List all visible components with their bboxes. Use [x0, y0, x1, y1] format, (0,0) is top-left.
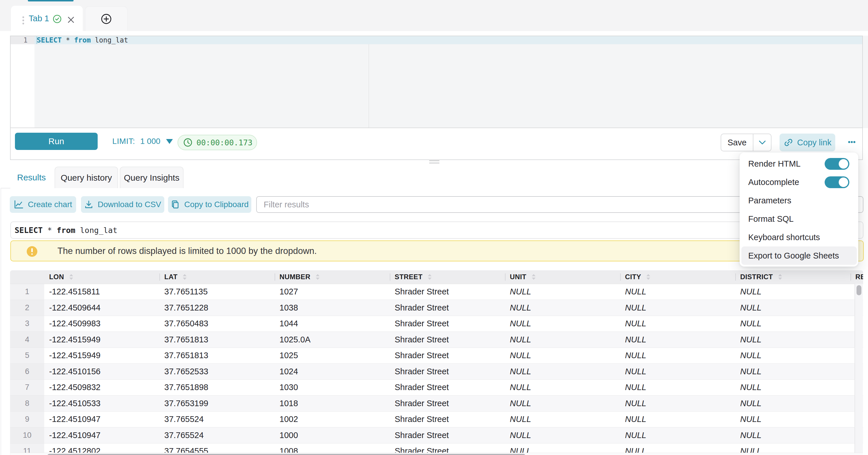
table-cell[interactable]: NULL: [620, 396, 735, 412]
table-cell[interactable]: Shrader Street: [390, 411, 505, 427]
table-cell[interactable]: 37.7651898: [159, 380, 275, 396]
table-cell[interactable]: NULL: [505, 300, 620, 316]
table-cell[interactable]: NULL: [620, 347, 735, 364]
table-cell[interactable]: NULL: [505, 411, 620, 427]
table-cell[interactable]: NULL: [505, 284, 620, 300]
menu-item-autocomplete[interactable]: Autocomplete: [740, 173, 858, 191]
table-cell[interactable]: Shrader Street: [390, 316, 505, 332]
save-button[interactable]: Save: [721, 134, 753, 151]
table-cell[interactable]: Shrader Street: [390, 347, 505, 364]
table-cell[interactable]: NULL: [505, 347, 620, 364]
tab-query-history[interactable]: Query history: [55, 166, 118, 188]
save-menu-button[interactable]: [753, 134, 771, 151]
tab-results[interactable]: Results: [10, 166, 53, 188]
table-cell[interactable]: NULL: [620, 364, 735, 380]
table-cell[interactable]: NULL: [620, 316, 735, 332]
table-cell[interactable]: 37.7653199: [159, 396, 275, 412]
table-cell[interactable]: -122.4510947: [44, 411, 159, 427]
table-cell[interactable]: 37.765524: [159, 427, 275, 444]
table-cell[interactable]: Shrader Street: [390, 332, 505, 348]
table-cell[interactable]: NULL: [505, 427, 620, 444]
run-button[interactable]: Run: [15, 133, 98, 150]
table-cell[interactable]: -122.4509983: [44, 316, 159, 332]
table-cell[interactable]: NULL: [505, 316, 620, 332]
column-header-lat[interactable]: LAT: [159, 270, 275, 284]
table-cell[interactable]: NULL: [620, 411, 735, 427]
table-cell[interactable]: 1027: [275, 284, 390, 300]
table-cell[interactable]: 1044: [275, 316, 390, 332]
pane-resize-handle[interactable]: [429, 160, 439, 164]
column-header-city[interactable]: CITY: [620, 270, 735, 284]
table-cell[interactable]: NULL: [505, 380, 620, 396]
menu-item-render-html[interactable]: Render HTML: [740, 155, 858, 173]
table-cell[interactable]: 1025.0A: [275, 332, 390, 348]
table-cell[interactable]: -122.4509832: [44, 380, 159, 396]
table-cell[interactable]: NULL: [735, 316, 850, 332]
tab-drag-handle-icon[interactable]: [22, 17, 24, 25]
table-cell[interactable]: NULL: [735, 396, 850, 412]
table-cell[interactable]: -122.4509644: [44, 300, 159, 316]
table-cell[interactable]: 37.7651813: [159, 347, 275, 364]
table-cell[interactable]: 37.765524: [159, 411, 275, 427]
create-chart-button[interactable]: Create chart: [10, 196, 76, 213]
table-cell[interactable]: Shrader Street: [390, 364, 505, 380]
table-cell[interactable]: -122.4515811: [44, 284, 159, 300]
table-cell[interactable]: 37.7651228: [159, 300, 275, 316]
table-cell[interactable]: Shrader Street: [390, 380, 505, 396]
table-cell[interactable]: NULL: [735, 347, 850, 364]
table-cell[interactable]: 37.7651813: [159, 332, 275, 348]
table-cell[interactable]: 37.7651135: [159, 284, 275, 300]
table-cell[interactable]: NULL: [505, 332, 620, 348]
more-options-button[interactable]: [848, 141, 856, 144]
table-cell[interactable]: 1025: [275, 347, 390, 364]
column-header-number[interactable]: NUMBER: [275, 270, 390, 284]
table-cell[interactable]: 37.7650483: [159, 316, 275, 332]
table-cell[interactable]: Shrader Street: [390, 284, 505, 300]
table-cell[interactable]: NULL: [620, 380, 735, 396]
table-cell[interactable]: NULL: [735, 300, 850, 316]
toggle-switch-on[interactable]: [825, 176, 849, 188]
table-cell[interactable]: 1024: [275, 364, 390, 380]
table-cell[interactable]: Shrader Street: [390, 427, 505, 444]
close-tab-icon[interactable]: [68, 17, 74, 24]
table-cell[interactable]: Shrader Street: [390, 396, 505, 412]
table-cell[interactable]: Shrader Street: [390, 300, 505, 316]
table-cell[interactable]: -122.4515949: [44, 347, 159, 364]
code-area[interactable]: 1 SELECT * from long_lat: [11, 36, 862, 127]
table-cell[interactable]: NULL: [735, 364, 850, 380]
table-cell[interactable]: -122.4515949: [44, 332, 159, 348]
table-cell[interactable]: NULL: [735, 332, 850, 348]
new-tab-button[interactable]: [85, 6, 127, 31]
menu-item-keyboard-shortcuts[interactable]: Keyboard shortcuts: [740, 228, 858, 246]
table-cell[interactable]: 37.7652533: [159, 364, 275, 380]
table-cell[interactable]: NULL: [620, 427, 735, 444]
table-cell[interactable]: NULL: [735, 411, 850, 427]
table-cell[interactable]: NULL: [505, 364, 620, 380]
download-csv-button[interactable]: Download to CSV: [81, 196, 164, 213]
copy-link-button[interactable]: Copy link: [779, 133, 835, 151]
vertical-scrollbar-thumb[interactable]: [857, 285, 861, 295]
menu-item-parameters[interactable]: Parameters: [740, 191, 858, 210]
table-cell[interactable]: 1018: [275, 396, 390, 412]
menu-item-format-sql[interactable]: Format SQL: [740, 210, 858, 228]
table-cell[interactable]: -122.4510156: [44, 364, 159, 380]
table-cell[interactable]: 1000: [275, 427, 390, 444]
horizontal-scrollbar-thumb[interactable]: [48, 454, 525, 455]
copy-clipboard-button[interactable]: Copy to Clipboard: [168, 196, 251, 213]
table-cell[interactable]: NULL: [620, 300, 735, 316]
tab-query-1[interactable]: Tab 1: [11, 6, 83, 31]
table-cell[interactable]: -122.4510947: [44, 427, 159, 444]
table-cell[interactable]: 1030: [275, 380, 390, 396]
table-cell[interactable]: NULL: [735, 427, 850, 444]
menu-item-export-to-google-sheets[interactable]: Export to Google Sheets: [741, 246, 857, 265]
table-cell[interactable]: NULL: [620, 332, 735, 348]
table-cell[interactable]: NULL: [505, 396, 620, 412]
column-header-street[interactable]: STREET: [390, 270, 505, 284]
column-header-district[interactable]: DISTRICT: [735, 270, 850, 284]
table-cell[interactable]: -122.4510533: [44, 396, 159, 412]
table-cell[interactable]: NULL: [735, 284, 850, 300]
tab-query-insights[interactable]: Query Insights: [120, 166, 184, 188]
table-cell[interactable]: NULL: [620, 284, 735, 300]
column-header-lon[interactable]: LON: [44, 270, 159, 284]
column-header-unit[interactable]: UNIT: [505, 270, 620, 284]
